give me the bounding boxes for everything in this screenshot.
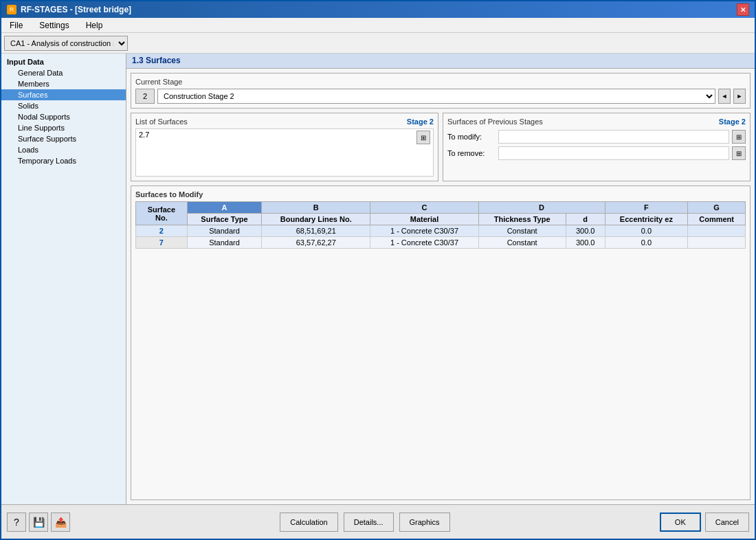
stage-number: 2: [135, 89, 155, 104]
table-row: 2 Standard 68,51,69,21 1 - Concrete C30/…: [136, 225, 746, 237]
col-surface-no: SurfaceNo.: [136, 202, 188, 225]
close-button[interactable]: ✕: [737, 3, 749, 16]
col-c: C: [370, 202, 478, 214]
col-f: F: [605, 202, 688, 214]
ok-button[interactable]: OK: [660, 513, 701, 532]
nav-next-button[interactable]: ►: [733, 89, 746, 104]
list-content-row: 2.7 ⊞: [139, 131, 430, 144]
two-col-section: List of Surfaces Stage 2 2.7 ⊞: [131, 113, 751, 181]
sidebar: Input Data General Data Members Surfaces…: [1, 54, 126, 504]
to-remove-row: To remove: ⊞: [447, 146, 746, 160]
cell-surface-type: Standard: [187, 225, 261, 237]
menu-file[interactable]: File: [4, 19, 28, 32]
sub-d: d: [566, 214, 605, 225]
list-stage-badge: Stage 2: [407, 117, 434, 126]
sub-eccentricity: Eccentricity ez: [605, 214, 688, 225]
list-of-surfaces-box: List of Surfaces Stage 2 2.7 ⊞: [131, 113, 438, 181]
to-modify-btn[interactable]: ⊞: [732, 130, 746, 144]
current-stage-box: Current Stage 2 Construction Stage 2 ◄ ►: [131, 73, 751, 109]
surfaces-to-modify-label: Surfaces to Modify: [135, 190, 746, 199]
content-area: Input Data General Data Members Surfaces…: [1, 54, 755, 504]
list-add-button[interactable]: ⊞: [416, 131, 430, 144]
prev-box-header: Surfaces of Previous Stages Stage 2: [447, 117, 746, 126]
cancel-button[interactable]: Cancel: [705, 513, 749, 532]
cell-thickness-type: Constant: [478, 237, 566, 249]
sidebar-item-members[interactable]: Members: [1, 78, 126, 89]
cell-comment: [688, 237, 746, 249]
main-panel: 1.3 Surfaces Current Stage 2 Constructio…: [126, 54, 755, 504]
graphics-button[interactable]: Graphics: [399, 513, 450, 532]
bottom-center: Calculation Details... Graphics: [280, 513, 449, 532]
list-of-surfaces-label: List of Surfaces: [135, 117, 188, 126]
sub-header-row: Surface Type Boundary Lines No. Material…: [136, 214, 746, 225]
to-modify-label: To modify:: [447, 133, 496, 141]
nav-prev-button[interactable]: ◄: [718, 89, 731, 104]
sidebar-item-nodal-supports[interactable]: Nodal Supports: [1, 111, 126, 122]
sub-thickness-type: Thickness Type: [478, 214, 566, 225]
sidebar-item-line-supports[interactable]: Line Supports: [1, 122, 126, 133]
to-modify-row: To modify: ⊞: [447, 130, 746, 144]
save-button[interactable]: 💾: [29, 513, 48, 532]
panel-header: 1.3 Surfaces: [126, 54, 755, 69]
cell-d: 300.0: [566, 225, 605, 237]
sidebar-item-surface-supports[interactable]: Surface Supports: [1, 133, 126, 144]
to-remove-btn[interactable]: ⊞: [732, 146, 746, 160]
menu-settings[interactable]: Settings: [34, 19, 74, 32]
sub-surface-type: Surface Type: [187, 214, 261, 225]
cell-thickness-type: Constant: [478, 225, 566, 237]
sidebar-item-general-data[interactable]: General Data: [1, 67, 126, 78]
prev-stages-label: Surfaces of Previous Stages: [447, 117, 543, 126]
current-stage-label: Current Stage: [135, 78, 746, 86]
cell-no: 7: [136, 237, 188, 249]
to-remove-input[interactable]: [498, 146, 729, 160]
cell-material: 1 - Concrete C30/37: [370, 237, 478, 249]
sidebar-item-temporary-loads[interactable]: Temporary Loads: [1, 155, 126, 166]
cell-boundary-lines: 63,57,62,27: [262, 237, 370, 249]
export-button[interactable]: 📤: [51, 513, 70, 532]
menu-help[interactable]: Help: [80, 19, 109, 32]
stage-row: 2 Construction Stage 2 ◄ ►: [135, 89, 746, 104]
toolbar: CA1 - Analysis of construction st...: [1, 33, 755, 54]
bottom-bar: ? 💾 📤 Calculation Details... Graphics OK…: [1, 504, 755, 539]
cell-surface-type: Standard: [187, 237, 261, 249]
menu-bar: File Settings Help: [1, 18, 755, 33]
sidebar-item-loads[interactable]: Loads: [1, 144, 126, 155]
table-row: 7 Standard 63,57,62,27 1 - Concrete C30/…: [136, 237, 746, 249]
sub-material: Material: [370, 214, 478, 225]
help-button[interactable]: ?: [7, 513, 26, 532]
sub-comment: Comment: [688, 214, 746, 225]
panel-body: Current Stage 2 Construction Stage 2 ◄ ►: [126, 69, 755, 504]
previous-stages-box: Surfaces of Previous Stages Stage 2 To m…: [443, 113, 751, 181]
to-modify-input[interactable]: [498, 130, 729, 144]
calculation-button[interactable]: Calculation: [280, 513, 337, 532]
col-g: G: [688, 202, 746, 214]
bottom-right: OK Cancel: [660, 513, 749, 532]
sidebar-item-solids[interactable]: Solids: [1, 100, 126, 111]
list-of-surfaces-content: 2.7 ⊞: [135, 128, 434, 177]
cell-boundary-lines: 68,51,69,21: [262, 225, 370, 237]
cell-no: 2: [136, 225, 188, 237]
list-of-surfaces-header: List of Surfaces Stage 2: [135, 117, 434, 126]
col-a: A: [187, 202, 261, 214]
window-title: RF-STAGES - [Street bridge]: [21, 5, 131, 14]
title-bar: R RF-STAGES - [Street bridge] ✕: [1, 1, 755, 18]
prev-stage-badge: Stage 2: [719, 117, 746, 126]
to-remove-label: To remove:: [447, 149, 496, 157]
stage-dropdown[interactable]: CA1 - Analysis of construction st...: [4, 36, 128, 51]
col-b: B: [262, 202, 370, 214]
cell-d: 300.0: [566, 237, 605, 249]
list-value: 2.7: [139, 131, 149, 139]
surfaces-table: SurfaceNo. A B C D F G Surface Type: [135, 201, 746, 249]
sub-boundary-lines: Boundary Lines No.: [262, 214, 370, 225]
sidebar-item-surfaces[interactable]: Surfaces: [1, 89, 126, 100]
surfaces-to-modify-box: Surfaces to Modify SurfaceNo. A B C D: [131, 185, 751, 500]
cell-material: 1 - Concrete C30/37: [370, 225, 478, 237]
col-d: D: [478, 202, 605, 214]
stage-select[interactable]: Construction Stage 2: [157, 89, 715, 104]
table-wrapper[interactable]: SurfaceNo. A B C D F G Surface Type: [135, 201, 746, 495]
bottom-left: ? 💾 📤: [7, 513, 70, 532]
app-icon: R: [7, 5, 16, 14]
details-button[interactable]: Details...: [344, 513, 394, 532]
sidebar-section-input-data: Input Data: [1, 56, 126, 67]
cell-comment: [688, 225, 746, 237]
